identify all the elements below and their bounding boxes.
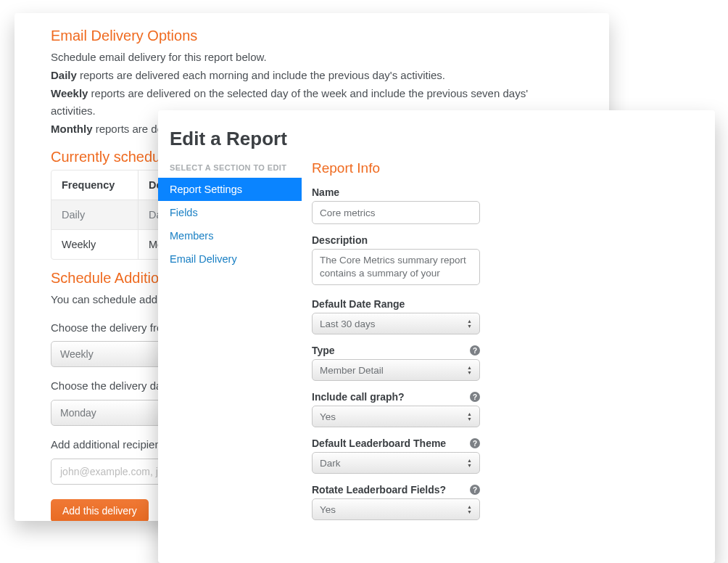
description-textarea[interactable]: The Core Metrics summary report contains… bbox=[312, 249, 480, 285]
call-graph-select[interactable]: Yes ▲▼ bbox=[312, 406, 480, 427]
help-icon[interactable]: ? bbox=[470, 485, 480, 495]
help-icon[interactable]: ? bbox=[470, 345, 480, 356]
modal-title: Edit a Report bbox=[158, 110, 715, 160]
help-icon[interactable]: ? bbox=[470, 438, 480, 448]
section-sidebar: SELECT A SECTION TO EDIT Report Settings… bbox=[158, 160, 302, 535]
section-heading: Report Info bbox=[312, 160, 686, 176]
sidebar-heading: SELECT A SECTION TO EDIT bbox=[158, 160, 302, 178]
label-type: Type? bbox=[312, 345, 480, 356]
edit-report-card: Edit a Report SELECT A SECTION TO EDIT R… bbox=[158, 110, 715, 563]
stepper-arrows-icon: ▲▼ bbox=[467, 504, 472, 514]
sidebar-item-report-settings[interactable]: Report Settings bbox=[158, 178, 302, 201]
report-info-panel: Report Info Name Description The Core Me… bbox=[302, 160, 715, 535]
sidebar-item-members[interactable]: Members bbox=[158, 224, 302, 247]
col-frequency: Frequency bbox=[51, 170, 138, 200]
label-name: Name bbox=[312, 186, 480, 198]
stepper-arrows-icon: ▲▼ bbox=[467, 319, 472, 329]
sidebar-item-fields[interactable]: Fields bbox=[158, 201, 302, 224]
name-input[interactable] bbox=[312, 201, 480, 224]
label-date-range: Default Date Range bbox=[312, 298, 480, 310]
heading-email-delivery: Email Delivery Options bbox=[51, 28, 573, 44]
daily-line: Daily reports are delivered each morning… bbox=[51, 67, 573, 85]
label-call-graph: Include call graph?? bbox=[312, 391, 480, 403]
date-range-select[interactable]: Last 30 days ▲▼ bbox=[312, 313, 480, 334]
rotate-select[interactable]: Yes ▲▼ bbox=[312, 498, 480, 520]
type-select[interactable]: Member Detail ▲▼ bbox=[312, 359, 480, 381]
label-theme: Default Leaderboard Theme? bbox=[312, 437, 480, 449]
theme-select[interactable]: Dark ▲▼ bbox=[312, 452, 480, 474]
label-rotate: Rotate Leaderboard Fields?? bbox=[312, 484, 480, 496]
stepper-arrows-icon: ▲▼ bbox=[467, 365, 472, 375]
add-delivery-button[interactable]: Add this delivery bbox=[51, 499, 149, 521]
sidebar-item-email-delivery[interactable]: Email Delivery bbox=[158, 247, 302, 271]
stepper-arrows-icon: ▲▼ bbox=[467, 411, 472, 422]
intro-text: Schedule email delivery for this report … bbox=[51, 49, 573, 67]
label-description: Description bbox=[312, 234, 480, 246]
stepper-arrows-icon: ▲▼ bbox=[467, 458, 472, 468]
help-icon[interactable]: ? bbox=[470, 392, 480, 402]
